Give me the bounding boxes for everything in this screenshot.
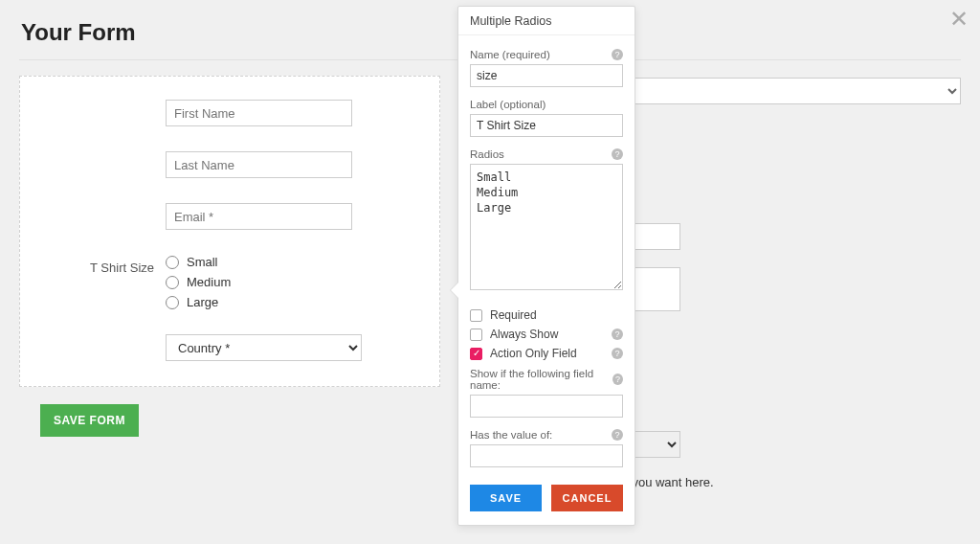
radio-option-label: Small: [187, 255, 218, 269]
radio-icon: [166, 276, 179, 289]
country-select[interactable]: Country *: [166, 334, 362, 361]
radio-option[interactable]: Medium: [166, 275, 418, 289]
modal-always-show-label: Always Show: [490, 328, 558, 341]
modal-required-label: Required: [490, 308, 537, 322]
radio-option[interactable]: Small: [166, 255, 418, 269]
modal-label-input[interactable]: [470, 114, 623, 137]
modal-cancel-button[interactable]: CANCEL: [551, 485, 623, 511]
modal-name-label: Name (required): [470, 49, 550, 60]
help-icon[interactable]: ?: [612, 348, 623, 359]
modal-radios-textarea[interactable]: [470, 164, 623, 290]
radio-icon: [166, 296, 179, 309]
modal-action-only-checkbox[interactable]: ✓ Action Only Field ?: [470, 347, 623, 360]
help-icon[interactable]: ?: [612, 148, 623, 160]
email-label: [41, 203, 166, 209]
tshirt-size-label: T Shirt Size: [41, 255, 166, 275]
modal-hasvalue-input[interactable]: [470, 444, 623, 467]
checkbox-icon: ✓: [470, 348, 482, 360]
email-input[interactable]: [166, 203, 352, 230]
modal-showif-input[interactable]: [470, 395, 623, 418]
radio-option[interactable]: Large: [166, 295, 418, 309]
field-settings-modal: Multiple Radios Name (required) ? Label …: [457, 6, 635, 526]
last-name-label: [41, 151, 166, 157]
form-preview-panel: T Shirt Size Small Medium Large: [19, 76, 440, 387]
checkbox-icon: [470, 309, 482, 322]
modal-save-button[interactable]: SAVE: [470, 485, 542, 511]
save-form-button[interactable]: SAVE FORM: [40, 404, 139, 437]
help-icon[interactable]: ?: [612, 374, 623, 385]
checkbox-icon: [470, 329, 482, 341]
radio-icon: [166, 256, 179, 269]
modal-label-label: Label (optional): [470, 99, 546, 110]
first-name-label: [41, 100, 166, 105]
modal-action-only-label: Action Only Field: [490, 347, 577, 360]
radio-option-label: Large: [187, 295, 218, 309]
modal-radios-label: Radios: [470, 148, 504, 160]
help-icon[interactable]: ?: [612, 49, 623, 60]
modal-always-show-checkbox[interactable]: Always Show ?: [470, 328, 623, 341]
last-name-input[interactable]: [166, 151, 352, 178]
country-label: [41, 334, 166, 340]
help-icon[interactable]: ?: [612, 329, 623, 340]
modal-showif-label: Show if the following field name:: [470, 368, 612, 391]
first-name-input[interactable]: [166, 100, 352, 126]
modal-required-checkbox[interactable]: Required: [470, 308, 623, 322]
radio-option-label: Medium: [187, 275, 231, 289]
modal-name-input[interactable]: [470, 64, 623, 87]
close-icon[interactable]: ✕: [949, 8, 969, 31]
modal-title: Multiple Radios: [458, 7, 635, 35]
modal-hasvalue-label: Has the value of:: [470, 429, 552, 441]
help-icon[interactable]: ?: [612, 429, 623, 441]
